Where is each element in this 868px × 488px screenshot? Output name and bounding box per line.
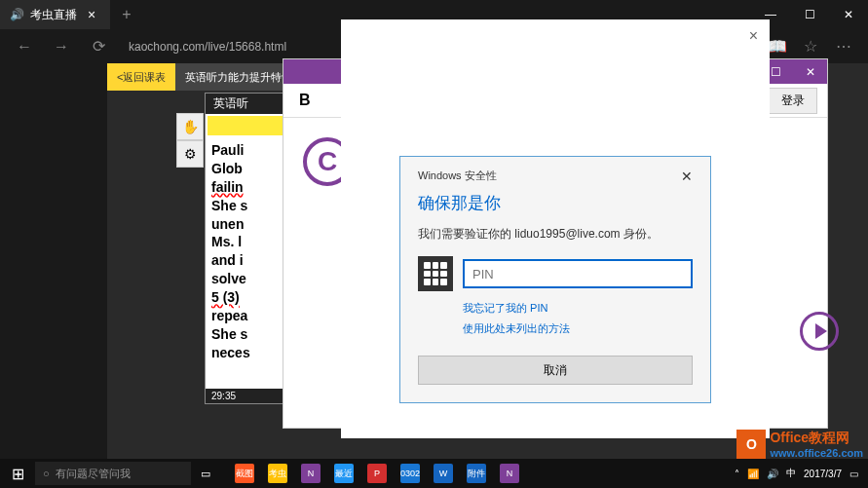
taskbar-app[interactable]: 0302 bbox=[394, 460, 427, 487]
cortana-icon: ○ bbox=[43, 468, 50, 479]
other-method-link[interactable]: 使用此处未列出的方法 bbox=[463, 321, 693, 336]
notification-icon[interactable]: ▭ bbox=[849, 469, 858, 479]
bold-button[interactable]: B bbox=[293, 90, 317, 111]
forward-button[interactable]: → bbox=[47, 32, 76, 61]
security-message: 我们需要验证你的 liduo1995@live.com 身份。 bbox=[418, 226, 693, 243]
security-close-icon[interactable]: ✕ bbox=[681, 169, 693, 184]
task-view-icon[interactable]: ▭ bbox=[191, 461, 220, 486]
current-time: 29:35 bbox=[211, 391, 236, 401]
back-button[interactable]: ← bbox=[10, 32, 39, 61]
play-icon bbox=[815, 323, 827, 339]
forgot-pin-link[interactable]: 我忘记了我的 PIN bbox=[463, 301, 693, 316]
taskbar-app[interactable]: P bbox=[360, 460, 394, 487]
hand-tool-icon[interactable]: ✋ bbox=[176, 113, 204, 140]
watermark-title: Office教程网 bbox=[770, 430, 863, 447]
security-title: 确保那是你 bbox=[418, 192, 693, 214]
pin-input[interactable] bbox=[463, 259, 693, 288]
play-button[interactable] bbox=[800, 312, 839, 351]
windows-security-dialog: Windows 安全性 ✕ 确保那是你 我们需要验证你的 liduo1995@l… bbox=[399, 156, 711, 403]
watermark: O Office教程网 www.office26.com bbox=[736, 430, 863, 459]
annotation-toolbar: ✋ ⚙ bbox=[176, 113, 204, 168]
volume-icon[interactable]: 🔊 bbox=[767, 469, 778, 479]
taskbar-app[interactable]: W bbox=[427, 460, 460, 487]
search-placeholder: 有问题尽管问我 bbox=[56, 467, 131, 481]
tab-title: 考虫直播 bbox=[30, 7, 77, 23]
maximize-button[interactable]: ☐ bbox=[790, 0, 829, 29]
taskbar-app[interactable]: 附件 bbox=[460, 460, 493, 487]
taskbar-app[interactable]: N bbox=[294, 460, 327, 487]
ime-icon[interactable]: 中 bbox=[786, 467, 796, 480]
modal-close-icon[interactable]: × bbox=[749, 27, 758, 45]
new-tab-button[interactable]: + bbox=[110, 6, 142, 23]
start-button[interactable]: ⊞ bbox=[0, 459, 35, 488]
login-button[interactable]: 登录 bbox=[769, 88, 817, 114]
keypad-icon bbox=[418, 256, 453, 291]
back-to-schedule-button[interactable]: <返回课表 bbox=[107, 63, 175, 91]
taskbar-app[interactable]: N bbox=[493, 460, 526, 487]
more-icon[interactable]: ⋯ bbox=[829, 32, 858, 61]
taskbar-app[interactable]: 考虫 bbox=[261, 460, 294, 487]
settings-tool-icon[interactable]: ⚙ bbox=[176, 140, 204, 168]
favorites-icon[interactable]: ☆ bbox=[796, 32, 825, 61]
close-window-button[interactable]: ✕ bbox=[829, 0, 868, 29]
taskbar-app[interactable]: 截图 bbox=[228, 460, 261, 487]
security-header: Windows 安全性 bbox=[418, 169, 497, 184]
taskbar-app[interactable]: 最近 bbox=[327, 460, 360, 487]
taskbar: ⊞ ○ 有问题尽管问我 ▭ 截图考虫N最近P0302W附件N ˄ 📶 🔊 中 2… bbox=[0, 459, 868, 488]
audio-icon: 🔊 bbox=[10, 8, 24, 21]
system-tray: ˄ 📶 🔊 中 2017/3/7 ▭ bbox=[735, 467, 868, 480]
taskbar-apps: 截图考虫N最近P0302W附件N bbox=[228, 460, 526, 487]
close-tab-icon[interactable]: × bbox=[83, 7, 100, 22]
refresh-button[interactable]: ⟳ bbox=[84, 32, 113, 61]
watermark-url: www.office26.com bbox=[770, 447, 863, 459]
onenote-close-button[interactable]: ✕ bbox=[793, 59, 827, 84]
office-logo-icon: O bbox=[736, 430, 766, 459]
cortana-search[interactable]: ○ 有问题尽管问我 bbox=[35, 462, 191, 485]
network-icon[interactable]: 📶 bbox=[747, 469, 759, 479]
taskbar-date[interactable]: 2017/3/7 bbox=[804, 469, 842, 479]
cancel-button[interactable]: 取消 bbox=[418, 356, 693, 385]
tray-chevron-icon[interactable]: ˄ bbox=[735, 469, 739, 479]
browser-tab[interactable]: 🔊 考虫直播 × bbox=[0, 0, 110, 29]
